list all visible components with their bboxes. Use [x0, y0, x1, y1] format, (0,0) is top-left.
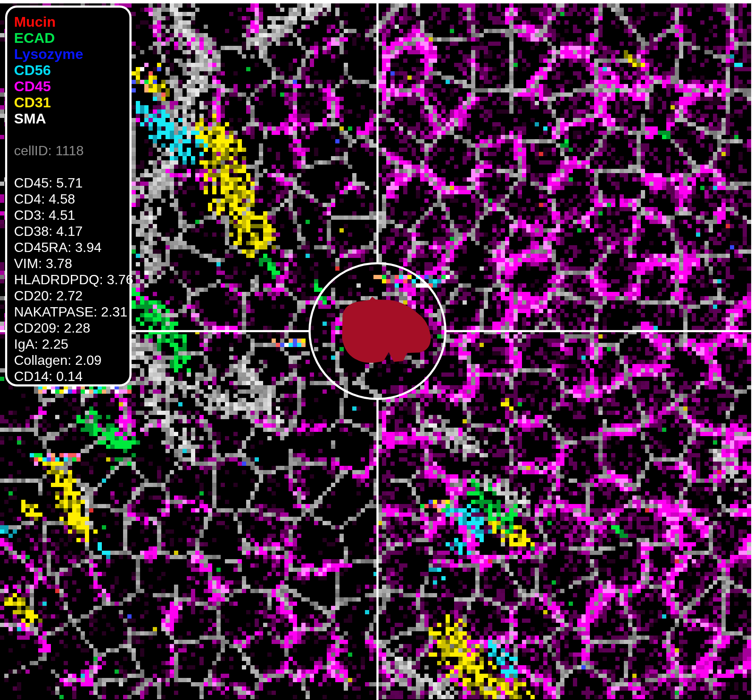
channel-label-ecad: ECAD: [14, 30, 127, 46]
info-panel: MucinECADLysozymeCD56CD45CD31SMA cellID:…: [5, 6, 132, 386]
crosshair-vertical-bottom: [376, 399, 379, 700]
channel-label-cd56: CD56: [14, 62, 127, 78]
marker-value-cd45: CD45: 5.71: [14, 175, 127, 191]
marker-value-list: CD45: 5.71CD4: 4.58CD3: 4.51CD38: 4.17CD…: [14, 175, 127, 384]
channel-label-cd31: CD31: [14, 94, 127, 110]
crosshair-vertical-top: [376, 3, 379, 262]
channel-label-mucin: Mucin: [14, 14, 127, 30]
marker-value-cd3: CD3: 4.51: [14, 207, 127, 223]
channel-label-lysozyme: Lysozyme: [14, 46, 127, 62]
marker-value-nakatpase: NAKATPASE: 2.31: [14, 304, 127, 320]
marker-value-cd20: CD20: 2.72: [14, 288, 127, 304]
image-viewer: MucinECADLysozymeCD56CD45CD31SMA cellID:…: [0, 3, 751, 700]
selection-circle: [309, 262, 446, 400]
channel-legend: MucinECADLysozymeCD56CD45CD31SMA: [14, 14, 127, 126]
marker-value-vim: VIM: 3.78: [14, 255, 127, 272]
marker-value-cd38: CD38: 4.17: [14, 223, 127, 239]
marker-value-cd4: CD4: 4.58: [14, 191, 127, 207]
marker-value-cd45ra: CD45RA: 3.94: [14, 239, 127, 255]
marker-value-cd14: CD14: 0.14: [14, 368, 127, 384]
crosshair-horizontal-right: [446, 330, 751, 332]
marker-value-hladrdpdq: HLADRDPDQ: 3.76: [14, 272, 127, 288]
marker-value-collagen: Collagen: 2.09: [14, 352, 127, 368]
channel-label-cd45: CD45: [14, 78, 127, 94]
cell-id-text: cellID: 1118: [14, 143, 127, 159]
marker-value-iga: IgA: 2.25: [14, 336, 127, 352]
channel-label-sma: SMA: [14, 110, 127, 126]
marker-value-cd209: CD209: 2.28: [14, 320, 127, 336]
